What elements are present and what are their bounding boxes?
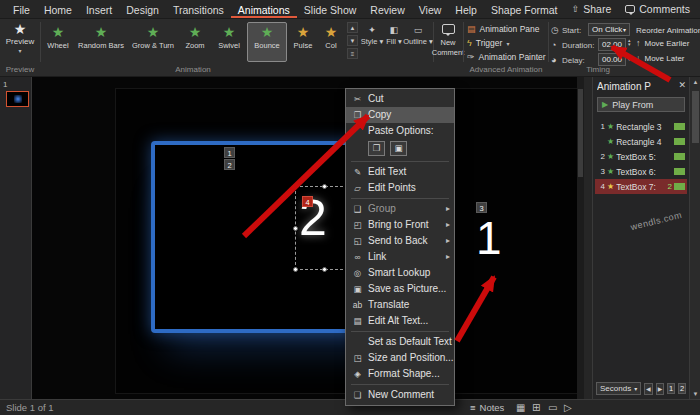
gallery-item-pulse[interactable]: ★Pulse [287,22,319,62]
duration-spinner[interactable]: ▴▾ [628,38,631,46]
context-menu-item-set-default-text-box[interactable]: Set as Default Text Box [346,334,454,350]
preview-button[interactable]: ★ Preview ▾ [4,22,36,54]
tab-animations[interactable]: Animations [231,1,297,18]
animation-order-badge-2[interactable]: 2 [224,159,235,170]
context-menu-item-edit-alt-text[interactable]: ▤Edit Alt Text... [346,313,454,329]
context-menu-item-send-to-back[interactable]: ◱Send to Back [346,233,454,249]
tab-review[interactable]: Review [363,1,411,18]
scroll-down-icon[interactable]: ▼ [690,391,700,397]
context-menu-item-link[interactable]: ∞Link [346,249,454,265]
tab-shape-format[interactable]: Shape Format [484,1,565,18]
gallery-more-button[interactable]: ≡ [347,48,358,59]
duration-input[interactable]: 02.00 [598,38,626,51]
selection-handle[interactable] [293,226,298,231]
gallery-scroll-up-button[interactable]: ▲ [347,22,358,33]
gallery-item-bounce[interactable]: ★Bounce [247,22,287,62]
grow-turn-star-icon: ★ [147,25,160,39]
move-earlier-icon: ↑ [636,38,641,48]
notes-button[interactable]: ≡Notes [470,402,504,413]
context-menu-item-new-comment[interactable]: ❏New Comment [346,387,454,403]
gallery-scroll-down-button[interactable]: ▼ [347,35,358,46]
animation-gallery: ★Wheel ★Random Bars ★Grow & Turn ★Zoom ★… [41,22,345,62]
outline-button[interactable]: ▭Outline ▾ [405,25,431,46]
gallery-item-grow-turn[interactable]: ★Grow & Turn [127,22,179,62]
context-menu-item-cut[interactable]: ✂Cut [346,91,454,107]
timeline-bar [674,168,685,175]
slideshow-view-icon[interactable]: ▷ [564,402,572,413]
tab-file[interactable]: File [6,1,37,18]
slide-vertical-scrollbar[interactable] [577,77,584,399]
animation-order-badge-4[interactable]: 4 [302,196,313,207]
context-menu-item-save-as-picture[interactable]: ▣Save as Picture... [346,281,454,297]
timeline-forward-button[interactable]: ▶ [656,383,665,395]
selection-handle[interactable] [322,184,327,189]
comments-button[interactable]: Comments [625,3,690,15]
selection-handle[interactable] [293,184,298,189]
edit-alt-text-icon: ▤ [350,313,365,329]
smart-lookup-icon: ◎ [350,265,365,281]
animation-item-textbox-5[interactable]: 2★TextBox 5: [595,149,687,164]
tab-home[interactable]: Home [37,1,79,18]
tab-slide-show[interactable]: Slide Show [297,1,364,18]
gallery-item-wheel[interactable]: ★Wheel [41,22,75,62]
context-menu-item-format-shape[interactable]: ◈Format Shape... [346,366,454,382]
pane-badge-2[interactable]: 2 [678,383,686,394]
move-later-button[interactable]: ↓Move Later [636,53,685,63]
tab-design[interactable]: Design [119,1,166,18]
pane-badge-1[interactable]: 1 [667,383,675,394]
animation-pane-button[interactable]: ▤Animation Pane [467,24,540,34]
animation-painter-button[interactable]: ✑Animation Painter [467,52,546,62]
normal-view-icon[interactable]: ▦ [516,402,525,413]
slide-sorter-view-icon[interactable]: ⊞ [532,402,540,413]
context-menu-item-edit-points[interactable]: ▱Edit Points [346,180,454,196]
share-button[interactable]: ⇧Share [572,3,612,15]
animation-item-rectangle-4[interactable]: ★Rectangle 4 [595,134,687,149]
seconds-dropdown[interactable]: Seconds▾ [596,382,641,395]
style-button[interactable]: ✦Style ▾ [361,25,383,46]
gallery-item-color-pulse[interactable]: ★Col [319,22,343,62]
tab-view[interactable]: View [412,1,449,18]
context-menu-item-translate[interactable]: abTranslate [346,297,454,313]
reading-view-icon[interactable]: ▭ [548,402,557,413]
context-menu-item-bring-to-front[interactable]: ◰Bring to Front [346,217,454,233]
animation-pane-scrollbar[interactable]: ▲ ▼ [689,77,700,399]
scroll-up-icon[interactable]: ▲ [690,79,700,85]
animation-item-textbox-7[interactable]: 4★TextBox 7:2 [595,179,687,194]
fill-button[interactable]: ◧Fill ▾ [385,25,403,46]
paste-as-picture-button[interactable]: ▣ [390,141,407,156]
animation-pane: Animation P ✕ ▶Play From 1★Rectangle 3 ★… [592,77,689,399]
animation-item-textbox-6[interactable]: 3★TextBox 6: [595,164,687,179]
trigger-button[interactable]: ϟTrigger▾ [467,38,509,48]
play-from-button[interactable]: ▶Play From [597,97,685,112]
paste-keep-formatting-button[interactable]: ❐ [368,141,385,156]
move-earlier-button[interactable]: ↑Move Earlier [636,38,689,48]
selection-handle[interactable] [293,267,298,272]
context-menu-item-group[interactable]: ❑Group [346,201,454,217]
selection-handle[interactable] [322,267,327,272]
gallery-item-random-bars[interactable]: ★Random Bars [75,22,127,62]
duration-label: Duration: [562,41,594,50]
reorder-animation-label: Reorder Animation [636,26,700,35]
tab-insert[interactable]: Insert [79,1,119,18]
tab-transitions[interactable]: Transitions [166,1,231,18]
delay-spinner[interactable]: ▴▾ [628,53,631,61]
timeline-back-button[interactable]: ◀ [644,383,653,395]
animation-star-icon: ★ [607,122,614,131]
animation-order-badge-1[interactable]: 1 [224,147,235,158]
new-comment-button[interactable]: New Comment [435,24,461,57]
animation-pane-close-icon[interactable]: ✕ [678,80,686,90]
slide-thumbnail[interactable] [6,91,29,107]
gallery-item-zoom[interactable]: ★Zoom [179,22,211,62]
gallery-item-swivel[interactable]: ★Swivel [211,22,247,62]
timeline-bar [674,123,685,130]
big-number-textbox[interactable]: 1 [476,211,502,265]
context-menu-item-copy[interactable]: ❐Copy [346,107,454,123]
context-menu-item-size-and-position[interactable]: ◳Size and Position... [346,350,454,366]
scrollbar-thumb[interactable] [578,89,583,177]
animation-item-rectangle-3[interactable]: 1★Rectangle 3 [595,119,687,134]
start-select[interactable]: On Click▾ [588,23,630,36]
context-menu-item-smart-lookup[interactable]: ◎Smart Lookup [346,265,454,281]
scrollbar-thumb[interactable] [692,91,699,143]
tab-help[interactable]: Help [448,1,484,18]
context-menu-item-edit-text[interactable]: ✎Edit Text [346,164,454,180]
